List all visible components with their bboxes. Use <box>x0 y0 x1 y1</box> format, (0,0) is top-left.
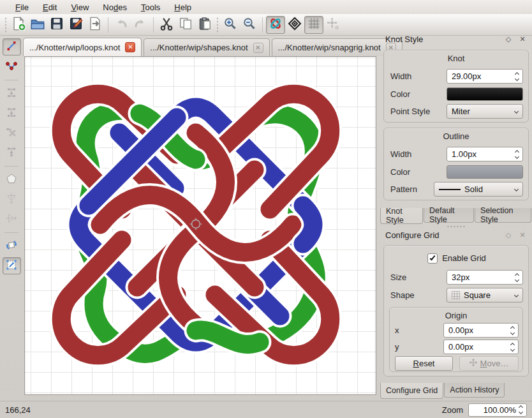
move-cross-icon <box>469 359 477 368</box>
export-icon <box>88 17 102 33</box>
reset-button[interactable]: Reset <box>395 356 453 371</box>
dock-close-icon[interactable]: ✕ <box>518 34 527 43</box>
dock-float-icon[interactable]: ◇ <box>504 34 513 43</box>
spin-arrows-icon[interactable] <box>512 272 522 283</box>
node-tool-button[interactable] <box>3 58 21 75</box>
tab-label: .../Knotter/wip/loops.knot <box>29 43 120 52</box>
tab-default-style[interactable]: Default Style <box>424 208 474 223</box>
origin-y-spinbox[interactable]: 0.00px <box>443 340 519 354</box>
menu-tools[interactable]: Tools <box>135 1 166 13</box>
save-button[interactable] <box>47 16 66 34</box>
grid-shape-combo[interactable]: Square <box>447 288 523 302</box>
tab-selection-style[interactable]: Selection Style <box>475 208 531 223</box>
dock-float-icon[interactable]: ◇ <box>504 230 513 239</box>
zoom-in-button[interactable] <box>221 16 240 34</box>
spin-arrows-icon[interactable] <box>516 405 526 415</box>
origin-x-spinbox[interactable]: 0.00px <box>443 323 519 338</box>
enable-grid-checkbox[interactable]: Enable Grid <box>427 253 486 264</box>
toggle-grid-button[interactable] <box>304 16 323 34</box>
pattern-label: Pattern <box>390 184 417 194</box>
spin-arrows-icon[interactable] <box>508 325 518 336</box>
width-label: Width <box>390 71 411 81</box>
spin-arrows-icon[interactable] <box>508 342 518 352</box>
knot-canvas[interactable] <box>24 56 376 395</box>
toolbar-handle[interactable] <box>4 17 8 33</box>
menu-bar: File Edit View Nodes Tools Help <box>0 0 532 14</box>
subdivide-edge-button[interactable] <box>3 105 21 122</box>
tab-loops[interactable]: .../Knotter/wip/loops.knot ✕ <box>23 38 142 56</box>
copy-button[interactable] <box>176 16 195 34</box>
menu-help[interactable]: Help <box>168 1 198 13</box>
merge-nodes-button[interactable] <box>3 144 21 161</box>
outline-color-swatch[interactable] <box>447 165 523 179</box>
width-label: Width <box>390 149 411 159</box>
tab-configure-grid[interactable]: Configure Grid <box>380 383 443 399</box>
close-icon[interactable]: ✕ <box>125 42 135 52</box>
flip-vertical-button[interactable] <box>3 191 21 208</box>
tab-label: .../Knotter/wip/shapes.knot <box>150 43 248 52</box>
undo-icon <box>114 17 128 33</box>
square-grid-icon <box>452 291 460 299</box>
spin-arrows-icon[interactable] <box>512 149 522 160</box>
knot-view-button[interactable] <box>266 16 285 34</box>
remove-node-icon <box>6 126 17 140</box>
insert-edge-button[interactable] <box>3 85 21 102</box>
flip-vertical-icon <box>6 193 17 206</box>
chevron-down-icon <box>514 293 519 297</box>
group-title: Knot <box>384 50 528 63</box>
origin-group: Origin x 0.00px y 0.00px Reset <box>389 307 523 372</box>
pattern-combo[interactable]: Solid <box>434 182 523 197</box>
toolbar-handle[interactable] <box>216 17 219 33</box>
dock-close-icon[interactable]: ✕ <box>518 230 527 239</box>
knot-style-dock-title: Knot Style ◇ ✕ <box>380 32 532 46</box>
tab-knot-style[interactable]: Knot Style <box>380 208 423 224</box>
paste-button[interactable] <box>195 16 214 34</box>
insert-edge-icon <box>6 87 17 100</box>
snap-to-grid-icon <box>326 17 340 33</box>
scale-tool-button[interactable] <box>3 257 21 274</box>
menu-nodes[interactable]: Nodes <box>96 1 133 13</box>
knot-color-swatch[interactable] <box>447 87 523 101</box>
tab-shapes[interactable]: .../Knotter/wip/shapes.knot ✕ <box>144 38 269 56</box>
knot-width-spinbox[interactable]: 29.00px <box>447 69 523 84</box>
menu-view[interactable]: View <box>64 1 95 13</box>
cursor-coordinates: 166,24 <box>5 405 31 415</box>
group-title: Origin <box>390 308 522 320</box>
rotate-tool-button[interactable] <box>3 237 21 255</box>
close-icon[interactable]: ✕ <box>253 43 263 53</box>
snap-to-grid-button[interactable] <box>323 16 343 34</box>
knot-view-icon <box>269 17 283 33</box>
zoom-out-button[interactable] <box>240 16 259 34</box>
color-label: Color <box>390 167 410 177</box>
remove-node-button[interactable] <box>3 124 21 142</box>
polygon-icon <box>6 173 17 186</box>
paste-icon <box>198 17 212 33</box>
menu-edit[interactable]: Edit <box>36 1 63 13</box>
move-button[interactable]: Move… <box>459 356 519 371</box>
undo-button[interactable] <box>112 16 131 34</box>
edge-tool-button[interactable] <box>3 38 21 56</box>
point-style-combo[interactable]: Miter <box>447 104 523 119</box>
checkbox-checked-icon[interactable] <box>427 253 438 264</box>
dock-area: Knot Style ◇ ✕ Knot Width 29.00px Color … <box>380 32 532 401</box>
spin-arrows-icon[interactable] <box>512 71 522 82</box>
shape-label: Shape <box>390 290 415 300</box>
redo-button[interactable] <box>131 16 150 34</box>
open-button[interactable] <box>28 16 47 34</box>
save-as-button[interactable] <box>66 16 85 34</box>
new-document-button[interactable] <box>9 16 28 34</box>
graph-view-button[interactable] <box>285 16 304 34</box>
rotate-tool-icon <box>6 239 17 253</box>
flip-horizontal-button[interactable] <box>3 211 21 228</box>
export-button[interactable] <box>85 16 105 34</box>
document-tab-bar: .../Knotter/wip/loops.knot ✕ .../Knotter… <box>23 38 403 56</box>
zoom-spinbox[interactable]: 100.00% <box>468 403 527 417</box>
knot-group: Knot Width 29.00px Color Point Style Mit… <box>383 50 529 123</box>
cut-button[interactable] <box>157 16 176 34</box>
polygon-tool-button[interactable] <box>3 171 21 188</box>
tab-action-history[interactable]: Action History <box>444 383 505 398</box>
outline-width-spinbox[interactable]: 1.00px <box>447 147 523 161</box>
grid-size-spinbox[interactable]: 32px <box>447 270 523 285</box>
group-title: Outline <box>384 128 528 141</box>
menu-file[interactable]: File <box>9 1 35 13</box>
